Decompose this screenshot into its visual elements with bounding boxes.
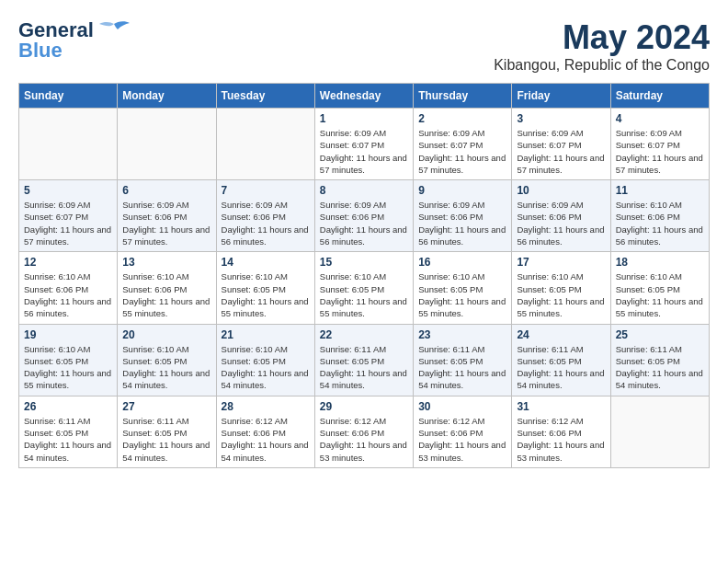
title-section: May 2024 Kibangou, Republic of the Congo: [494, 18, 710, 74]
day-number: 17: [517, 256, 605, 269]
day-number: 12: [24, 256, 112, 269]
calendar-cell: 8Sunrise: 6:09 AM Sunset: 6:06 PM Daylig…: [314, 180, 413, 252]
day-number: 13: [122, 256, 210, 269]
calendar-cell: 14Sunrise: 6:10 AM Sunset: 6:05 PM Dayli…: [216, 252, 314, 324]
calendar-cell: 11Sunrise: 6:10 AM Sunset: 6:06 PM Dayli…: [610, 180, 709, 252]
calendar-week-4: 19Sunrise: 6:10 AM Sunset: 6:05 PM Dayli…: [19, 324, 710, 396]
day-info: Sunrise: 6:09 AM Sunset: 6:06 PM Dayligh…: [517, 199, 605, 247]
day-number: 4: [616, 112, 704, 125]
day-number: 30: [418, 400, 506, 413]
day-info: Sunrise: 6:10 AM Sunset: 6:05 PM Dayligh…: [122, 343, 210, 392]
calendar-week-3: 12Sunrise: 6:10 AM Sunset: 6:06 PM Dayli…: [19, 252, 710, 324]
calendar-cell: 9Sunrise: 6:09 AM Sunset: 6:06 PM Daylig…: [414, 180, 512, 252]
day-info: Sunrise: 6:11 AM Sunset: 6:05 PM Dayligh…: [320, 343, 408, 392]
day-number: 20: [122, 328, 210, 341]
calendar-cell: 10Sunrise: 6:09 AM Sunset: 6:06 PM Dayli…: [512, 180, 610, 252]
day-info: Sunrise: 6:12 AM Sunset: 6:06 PM Dayligh…: [418, 415, 506, 464]
calendar-cell: 20Sunrise: 6:10 AM Sunset: 6:05 PM Dayli…: [118, 324, 216, 396]
calendar-cell: [610, 396, 709, 467]
day-number: 15: [320, 256, 408, 269]
calendar-cell: 19Sunrise: 6:10 AM Sunset: 6:05 PM Dayli…: [19, 324, 118, 396]
day-info: Sunrise: 6:09 AM Sunset: 6:07 PM Dayligh…: [616, 127, 704, 176]
calendar-cell: 16Sunrise: 6:10 AM Sunset: 6:05 PM Dayli…: [414, 252, 512, 324]
day-number: 3: [517, 112, 605, 125]
day-info: Sunrise: 6:12 AM Sunset: 6:06 PM Dayligh…: [517, 415, 605, 464]
day-info: Sunrise: 6:09 AM Sunset: 6:07 PM Dayligh…: [517, 127, 605, 176]
weekday-header-monday: Monday: [118, 84, 216, 109]
day-info: Sunrise: 6:11 AM Sunset: 6:05 PM Dayligh…: [24, 415, 112, 464]
day-info: Sunrise: 6:10 AM Sunset: 6:06 PM Dayligh…: [616, 199, 704, 247]
calendar-header-row: SundayMondayTuesdayWednesdayThursdayFrid…: [19, 84, 710, 109]
day-number: 6: [122, 184, 210, 197]
day-number: 23: [418, 328, 506, 341]
calendar-cell: 29Sunrise: 6:12 AM Sunset: 6:06 PM Dayli…: [314, 396, 413, 467]
day-number: 29: [320, 400, 408, 413]
calendar-week-1: 1Sunrise: 6:09 AM Sunset: 6:07 PM Daylig…: [19, 109, 710, 180]
weekday-header-wednesday: Wednesday: [314, 84, 413, 109]
day-number: 21: [222, 328, 310, 341]
day-info: Sunrise: 6:12 AM Sunset: 6:06 PM Dayligh…: [320, 415, 408, 464]
calendar-cell: 2Sunrise: 6:09 AM Sunset: 6:07 PM Daylig…: [414, 109, 512, 180]
day-number: 26: [24, 400, 112, 413]
calendar-cell: 22Sunrise: 6:11 AM Sunset: 6:05 PM Dayli…: [314, 324, 413, 396]
location: Kibangou, Republic of the Congo: [494, 57, 710, 74]
day-info: Sunrise: 6:12 AM Sunset: 6:06 PM Dayligh…: [222, 415, 310, 464]
calendar-cell: 5Sunrise: 6:09 AM Sunset: 6:07 PM Daylig…: [19, 180, 118, 252]
calendar-cell: [19, 109, 118, 180]
calendar-cell: 6Sunrise: 6:09 AM Sunset: 6:06 PM Daylig…: [118, 180, 216, 252]
logo-blue: Blue: [18, 39, 63, 63]
calendar: SundayMondayTuesdayWednesdayThursdayFrid…: [18, 83, 710, 468]
day-info: Sunrise: 6:09 AM Sunset: 6:06 PM Dayligh…: [222, 199, 310, 247]
day-info: Sunrise: 6:09 AM Sunset: 6:07 PM Dayligh…: [418, 127, 506, 176]
day-number: 27: [122, 400, 210, 413]
weekday-header-friday: Friday: [512, 84, 610, 109]
day-number: 8: [320, 184, 408, 197]
calendar-cell: 12Sunrise: 6:10 AM Sunset: 6:06 PM Dayli…: [19, 252, 118, 324]
day-info: Sunrise: 6:11 AM Sunset: 6:05 PM Dayligh…: [616, 343, 704, 392]
day-info: Sunrise: 6:10 AM Sunset: 6:05 PM Dayligh…: [616, 270, 704, 319]
day-info: Sunrise: 6:09 AM Sunset: 6:07 PM Dayligh…: [24, 199, 112, 247]
calendar-week-5: 26Sunrise: 6:11 AM Sunset: 6:05 PM Dayli…: [19, 396, 710, 467]
day-number: 22: [320, 328, 408, 341]
day-number: 18: [616, 256, 704, 269]
day-number: 24: [517, 328, 605, 341]
weekday-header-sunday: Sunday: [19, 84, 118, 109]
day-info: Sunrise: 6:10 AM Sunset: 6:05 PM Dayligh…: [517, 270, 605, 319]
day-info: Sunrise: 6:09 AM Sunset: 6:06 PM Dayligh…: [122, 199, 210, 247]
day-number: 14: [222, 256, 310, 269]
day-number: 31: [517, 400, 605, 413]
calendar-cell: 17Sunrise: 6:10 AM Sunset: 6:05 PM Dayli…: [512, 252, 610, 324]
day-number: 9: [418, 184, 506, 197]
day-number: 19: [24, 328, 112, 341]
calendar-cell: 3Sunrise: 6:09 AM Sunset: 6:07 PM Daylig…: [512, 109, 610, 180]
day-number: 7: [222, 184, 310, 197]
day-number: 11: [616, 184, 704, 197]
calendar-cell: 26Sunrise: 6:11 AM Sunset: 6:05 PM Dayli…: [19, 396, 118, 467]
day-info: Sunrise: 6:09 AM Sunset: 6:07 PM Dayligh…: [320, 127, 408, 176]
calendar-week-2: 5Sunrise: 6:09 AM Sunset: 6:07 PM Daylig…: [19, 180, 710, 252]
day-info: Sunrise: 6:10 AM Sunset: 6:06 PM Dayligh…: [122, 270, 210, 319]
day-number: 1: [320, 112, 408, 125]
calendar-cell: 31Sunrise: 6:12 AM Sunset: 6:06 PM Dayli…: [512, 396, 610, 467]
header: General Blue May 2024 Kibangou, Republic…: [18, 18, 710, 74]
weekday-header-saturday: Saturday: [610, 84, 709, 109]
calendar-cell: [216, 109, 314, 180]
calendar-cell: 28Sunrise: 6:12 AM Sunset: 6:06 PM Dayli…: [216, 396, 314, 467]
weekday-header-thursday: Thursday: [414, 84, 512, 109]
calendar-cell: 23Sunrise: 6:11 AM Sunset: 6:05 PM Dayli…: [414, 324, 512, 396]
day-number: 16: [418, 256, 506, 269]
calendar-cell: 21Sunrise: 6:10 AM Sunset: 6:05 PM Dayli…: [216, 324, 314, 396]
calendar-cell: 18Sunrise: 6:10 AM Sunset: 6:05 PM Dayli…: [610, 252, 709, 324]
day-info: Sunrise: 6:10 AM Sunset: 6:05 PM Dayligh…: [222, 343, 310, 392]
day-info: Sunrise: 6:09 AM Sunset: 6:06 PM Dayligh…: [418, 199, 506, 247]
day-number: 28: [222, 400, 310, 413]
calendar-cell: 24Sunrise: 6:11 AM Sunset: 6:05 PM Dayli…: [512, 324, 610, 396]
day-info: Sunrise: 6:11 AM Sunset: 6:05 PM Dayligh…: [517, 343, 605, 392]
day-number: 5: [24, 184, 112, 197]
calendar-cell: 25Sunrise: 6:11 AM Sunset: 6:05 PM Dayli…: [610, 324, 709, 396]
day-info: Sunrise: 6:11 AM Sunset: 6:05 PM Dayligh…: [418, 343, 506, 392]
calendar-cell: [118, 109, 216, 180]
day-info: Sunrise: 6:10 AM Sunset: 6:05 PM Dayligh…: [24, 343, 112, 392]
day-info: Sunrise: 6:10 AM Sunset: 6:05 PM Dayligh…: [222, 270, 310, 319]
weekday-header-tuesday: Tuesday: [216, 84, 314, 109]
